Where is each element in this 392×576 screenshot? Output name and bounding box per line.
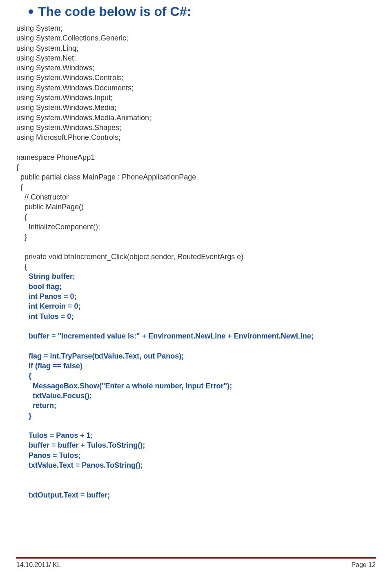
code-line: using System.Windows.Shapes; bbox=[16, 123, 376, 132]
heading-row: The code below is of C#: bbox=[29, 4, 376, 19]
bullet-icon bbox=[29, 9, 33, 14]
code-line: using System.Windows.Controls; bbox=[16, 73, 376, 83]
code-block: using System; using System.Collections.G… bbox=[16, 23, 376, 500]
code-line: } bbox=[16, 232, 376, 242]
code-line: MessageBox.Show("Enter a whole number, I… bbox=[16, 381, 376, 391]
code-line: using Microsoft.Phone.Controls; bbox=[16, 132, 376, 142]
code-line: using System.Windows; bbox=[16, 63, 376, 73]
code-line: { bbox=[16, 262, 376, 271]
code-line: namespace PhoneApp1 bbox=[16, 152, 376, 162]
code-line: } bbox=[16, 411, 376, 421]
code-line: int Panos = 0; bbox=[16, 291, 376, 301]
code-line: bool flag; bbox=[16, 282, 376, 291]
code-line: String buffer; bbox=[16, 271, 376, 281]
code-line: private void btnIncrement_Click(object s… bbox=[16, 252, 376, 262]
code-line: int Kerroin = 0; bbox=[16, 301, 376, 311]
code-line: using System.Windows.Input; bbox=[16, 93, 376, 103]
code-line: using System.Windows.Media.Animation; bbox=[16, 113, 376, 123]
page-body: The code below is of C#: using System; u… bbox=[0, 0, 392, 500]
footer-page-number: Page 12 bbox=[351, 561, 376, 569]
footer-separator bbox=[16, 557, 376, 559]
code-line: buffer = buffer + Tulos.ToString(); bbox=[16, 440, 376, 450]
code-line: txtValue.Focus(); bbox=[16, 391, 376, 401]
code-line: using System.Windows.Media; bbox=[16, 103, 376, 112]
code-line: public MainPage() bbox=[16, 202, 376, 212]
code-line: if (flag == false) bbox=[16, 361, 376, 371]
code-line: { bbox=[16, 371, 376, 381]
code-line: flag = int.TryParse(txtValue.Text, out P… bbox=[16, 351, 376, 361]
code-line: { bbox=[16, 162, 376, 172]
code-line: { bbox=[16, 182, 376, 192]
code-line: Tulos = Panos + 1; bbox=[16, 430, 376, 440]
code-line: using System.Net; bbox=[16, 53, 376, 63]
code-line: InitializeComponent(); bbox=[16, 222, 376, 232]
code-line: Panos = Tulos; bbox=[16, 450, 376, 460]
code-line: { bbox=[16, 212, 376, 222]
code-line: txtOutput.Text = buffer; bbox=[16, 490, 376, 500]
code-line: using System.Windows.Documents; bbox=[16, 83, 376, 93]
code-line: using System; bbox=[16, 23, 376, 33]
page-footer: 14.10.2011/ KL Page 12 bbox=[16, 557, 376, 569]
footer-date: 14.10.2011/ KL bbox=[16, 561, 61, 569]
code-line: buffer = "Incremented value is:" + Envir… bbox=[16, 331, 376, 341]
code-line: return; bbox=[16, 401, 376, 410]
code-line: int Tulos = 0; bbox=[16, 312, 376, 321]
code-line: using System.Collections.Generic; bbox=[16, 33, 376, 43]
code-line: public partial class MainPage : PhoneApp… bbox=[16, 172, 376, 182]
code-line: txtValue.Text = Panos.ToString(); bbox=[16, 460, 376, 470]
code-line: // Constructor bbox=[16, 192, 376, 202]
code-line: using System.Linq; bbox=[16, 43, 376, 53]
page-heading: The code below is of C#: bbox=[38, 4, 191, 19]
